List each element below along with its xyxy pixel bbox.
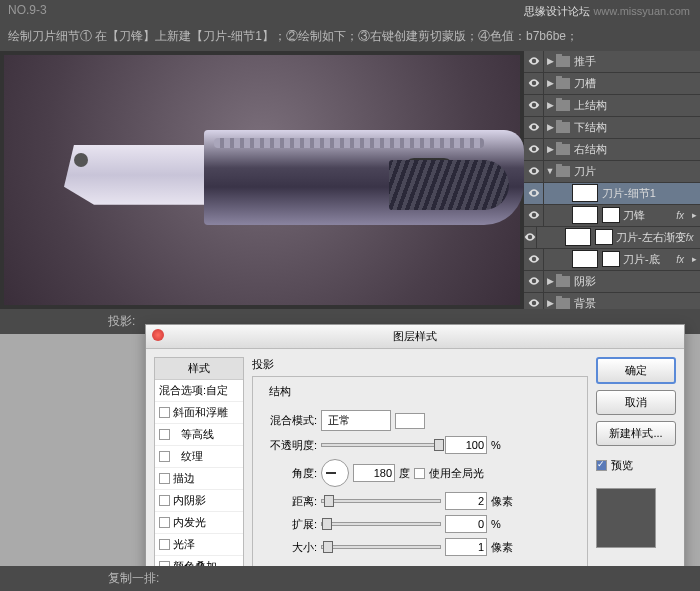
layer-style-dialog: 图层样式 样式 混合选项:自定 斜面和浮雕等高线纹理描边内阴影内发光光泽颜色叠加…	[145, 324, 685, 591]
distance-input[interactable]	[445, 492, 487, 510]
visibility-icon[interactable]	[524, 73, 544, 94]
folder-icon	[556, 78, 570, 89]
layer-row[interactable]: ▶推手	[524, 51, 700, 73]
layer-row[interactable]: ▶上结构	[524, 95, 700, 117]
dialog-buttons: 确定 取消 新建样式... 预览	[596, 357, 676, 591]
handle	[204, 130, 524, 225]
canvas-area[interactable]	[4, 55, 520, 305]
step-number: NO.9-3	[8, 3, 47, 17]
disclosure-icon[interactable]: ▶	[544, 144, 556, 154]
visibility-icon[interactable]	[524, 293, 544, 309]
dialog-titlebar[interactable]: 图层样式	[146, 325, 684, 349]
layer-row[interactable]: 刀片-左右渐变fx▸	[524, 227, 700, 249]
layer-name: 下结构	[574, 120, 700, 135]
disclosure-icon[interactable]: ▼	[544, 166, 556, 176]
ok-button[interactable]: 确定	[596, 357, 676, 384]
blend-options-item[interactable]: 混合选项:自定	[155, 380, 243, 402]
visibility-icon[interactable]	[524, 249, 544, 270]
layer-thumbnail[interactable]	[565, 228, 591, 246]
layer-name: 刀锋	[623, 208, 676, 223]
spread-slider[interactable]	[321, 522, 441, 526]
layer-row[interactable]: ▶下结构	[524, 117, 700, 139]
style-item[interactable]: 纹理	[155, 446, 243, 468]
disclosure-icon[interactable]: ▶	[544, 122, 556, 132]
style-item[interactable]: 等高线	[155, 424, 243, 446]
dialog-title: 图层样式	[393, 330, 437, 342]
layer-name: 刀片-左右渐变	[616, 230, 686, 245]
preview-checkbox[interactable]	[596, 460, 607, 471]
layer-row[interactable]: ▶刀槽	[524, 73, 700, 95]
spread-input[interactable]	[445, 515, 487, 533]
instruction-text: 绘制刀片细节① 在【刀锋】上新建【刀片-细节1】；②绘制如下；③右键创建剪切蒙版…	[0, 22, 700, 51]
fx-badge[interactable]: fx	[676, 210, 684, 221]
folder-icon	[556, 100, 570, 111]
opacity-input[interactable]	[445, 436, 487, 454]
cancel-button[interactable]: 取消	[596, 390, 676, 415]
visibility-icon[interactable]	[524, 271, 544, 292]
disclosure-icon[interactable]: ▶	[544, 298, 556, 308]
folder-icon	[556, 276, 570, 287]
mask-thumbnail[interactable]	[595, 229, 613, 245]
grip-texture	[389, 160, 509, 210]
folder-icon	[556, 144, 570, 155]
disclosure-icon[interactable]: ▶	[544, 100, 556, 110]
angle-input[interactable]	[353, 464, 395, 482]
layer-row[interactable]: ▶右结构	[524, 139, 700, 161]
size-input[interactable]	[445, 538, 487, 556]
style-checkbox[interactable]	[159, 451, 170, 462]
blend-mode-select[interactable]: 正常	[321, 410, 391, 431]
folder-icon	[556, 122, 570, 133]
layer-row[interactable]: 刀片-细节1	[524, 183, 700, 205]
style-checkbox[interactable]	[159, 495, 170, 506]
style-item[interactable]: 内发光	[155, 512, 243, 534]
global-light-checkbox[interactable]	[414, 468, 425, 479]
style-checkbox[interactable]	[159, 473, 170, 484]
layer-row[interactable]: ▼刀片	[524, 161, 700, 183]
settings-area: 投影 结构 混合模式: 正常 不透明度: % 角度:	[252, 357, 588, 591]
workspace: ▶推手▶刀槽▶上结构▶下结构▶右结构▼刀片刀片-细节1刀锋fx▸刀片-左右渐变f…	[0, 51, 700, 309]
style-list: 样式 混合选项:自定 斜面和浮雕等高线纹理描边内阴影内发光光泽颜色叠加渐变叠加图…	[154, 357, 244, 591]
folder-icon	[556, 56, 570, 67]
folder-icon	[556, 166, 570, 177]
layer-row[interactable]: ▶阴影	[524, 271, 700, 293]
new-style-button[interactable]: 新建样式...	[596, 421, 676, 446]
layer-thumbnail[interactable]	[572, 206, 598, 224]
style-checkbox[interactable]	[159, 539, 170, 550]
layers-panel[interactable]: ▶推手▶刀槽▶上结构▶下结构▶右结构▼刀片刀片-细节1刀锋fx▸刀片-左右渐变f…	[524, 51, 700, 309]
folder-icon	[556, 298, 570, 309]
layer-thumbnail[interactable]	[572, 184, 598, 202]
disclosure-icon[interactable]: ▶	[544, 56, 556, 66]
angle-dial[interactable]	[321, 459, 349, 487]
mask-thumbnail[interactable]	[602, 251, 620, 267]
visibility-icon[interactable]	[524, 95, 544, 116]
size-slider[interactable]	[321, 545, 441, 549]
distance-slider[interactable]	[321, 499, 441, 503]
style-checkbox[interactable]	[159, 407, 170, 418]
disclosure-icon[interactable]: ▶	[544, 276, 556, 286]
layer-name: 刀槽	[574, 76, 700, 91]
layer-row[interactable]: 刀片-底fx▸	[524, 249, 700, 271]
visibility-icon[interactable]	[524, 51, 544, 72]
style-item[interactable]: 斜面和浮雕	[155, 402, 243, 424]
close-icon[interactable]	[152, 329, 164, 341]
mask-thumbnail[interactable]	[602, 207, 620, 223]
layer-thumbnail[interactable]	[572, 250, 598, 268]
layer-name: 刀片-底	[623, 252, 676, 267]
opacity-slider[interactable]	[321, 443, 441, 447]
fx-badge[interactable]: fx	[686, 232, 694, 243]
color-swatch[interactable]	[395, 413, 425, 429]
fx-badge[interactable]: fx	[676, 254, 684, 265]
style-item[interactable]: 光泽	[155, 534, 243, 556]
layer-row[interactable]: ▶背景	[524, 293, 700, 309]
styles-header: 样式	[155, 358, 243, 380]
layer-name: 背景	[574, 296, 700, 309]
knife-illustration	[64, 125, 544, 245]
style-item[interactable]: 描边	[155, 468, 243, 490]
style-checkbox[interactable]	[159, 517, 170, 528]
layer-row[interactable]: 刀锋fx▸	[524, 205, 700, 227]
disclosure-icon[interactable]: ▶	[544, 78, 556, 88]
section-label-copy: 复制一排:	[0, 566, 700, 591]
style-checkbox[interactable]	[159, 429, 170, 440]
style-item[interactable]: 内阴影	[155, 490, 243, 512]
watermark: 思缘设计论坛 www.missyuan.com	[524, 3, 690, 19]
